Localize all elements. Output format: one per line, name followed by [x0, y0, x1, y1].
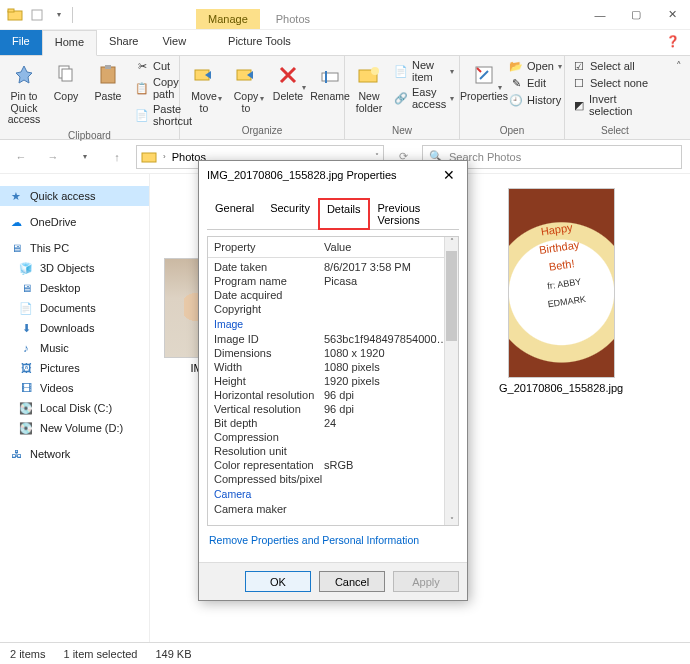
- file-name: G_20170806_155828.jpg: [499, 382, 623, 394]
- paste-shortcut-icon: 📄: [135, 108, 149, 122]
- select-none-button[interactable]: ☐Select none: [569, 75, 661, 91]
- tab-share[interactable]: Share: [97, 30, 150, 55]
- sidebar-item-this-pc[interactable]: 🖥This PC: [0, 238, 149, 258]
- close-button[interactable]: ✕: [654, 1, 690, 29]
- ribbon-collapse-icon[interactable]: ˄: [668, 56, 690, 139]
- edit-icon: ✎: [509, 76, 523, 90]
- invert-selection-button[interactable]: ◩Invert selection: [569, 92, 661, 118]
- tab-general[interactable]: General: [207, 198, 262, 230]
- property-row: Compression: [208, 430, 458, 444]
- tab-details[interactable]: Details: [318, 198, 370, 230]
- property-row: Copyright: [208, 302, 458, 316]
- folder-icon: [141, 150, 157, 164]
- file-item-selected[interactable]: HappyBirthdayBeth!fr: ABBY EDMARK G_2017…: [499, 188, 623, 394]
- group-clipboard: Clipboard: [4, 129, 175, 142]
- sidebar-item-new-volume-d[interactable]: 💽New Volume (D:): [0, 418, 149, 438]
- nav-recent-button[interactable]: ▾: [72, 144, 98, 170]
- remove-properties-link[interactable]: Remove Properties and Personal Informati…: [207, 526, 459, 554]
- delete-button[interactable]: Delete▾: [268, 58, 308, 106]
- property-row: Vertical resolution96 dpi: [208, 402, 458, 416]
- new-folder-button[interactable]: New folder: [349, 58, 389, 117]
- svg-rect-1: [8, 9, 14, 12]
- network-icon: 🖧: [8, 447, 24, 461]
- property-list[interactable]: Property Value Date taken8/6/2017 3:58 P…: [207, 236, 459, 526]
- rename-button[interactable]: Rename: [310, 58, 350, 106]
- properties-button[interactable]: Properties▾: [464, 58, 504, 106]
- titlebar: ▾ Manage Photos — ▢ ✕: [0, 0, 690, 30]
- sidebar-item-documents[interactable]: 📄Documents: [0, 298, 149, 318]
- nav-forward-button[interactable]: →: [40, 144, 66, 170]
- tab-security[interactable]: Security: [262, 198, 318, 230]
- tab-picture-tools[interactable]: Picture Tools: [216, 30, 303, 55]
- svg-rect-4: [62, 69, 72, 81]
- property-row: Image ID563bc1f948497854000000...: [208, 332, 458, 346]
- minimize-button[interactable]: —: [582, 1, 618, 29]
- group-open: Open: [464, 124, 560, 137]
- group-new: New: [349, 124, 455, 137]
- desktop-icon: 🖥: [18, 281, 34, 295]
- videos-icon: 🎞: [18, 381, 34, 395]
- col-property: Property: [208, 237, 318, 257]
- help-icon[interactable]: ❓: [656, 30, 690, 55]
- scrollbar-thumb[interactable]: [446, 251, 457, 341]
- downloads-icon: ⬇: [18, 321, 34, 335]
- select-all-button[interactable]: ☑Select all: [569, 58, 661, 74]
- navigation-pane: ★Quick access ☁OneDrive 🖥This PC 🧊3D Obj…: [0, 174, 150, 664]
- paste-button[interactable]: Paste: [88, 58, 128, 106]
- maximize-button[interactable]: ▢: [618, 1, 654, 29]
- tab-file[interactable]: File: [0, 30, 42, 55]
- new-item-button[interactable]: 📄New item▾: [391, 58, 457, 84]
- ok-button[interactable]: OK: [245, 571, 311, 592]
- cancel-button[interactable]: Cancel: [319, 571, 385, 592]
- history-button[interactable]: 🕘History: [506, 92, 565, 108]
- qat-chevron-icon[interactable]: ▾: [50, 6, 68, 24]
- status-selected-count: 1 item selected: [63, 648, 137, 660]
- svg-rect-5: [101, 67, 115, 83]
- tab-view[interactable]: View: [150, 30, 198, 55]
- sidebar-item-downloads[interactable]: ⬇Downloads: [0, 318, 149, 338]
- disk-icon: 💽: [18, 421, 34, 435]
- sidebar-item-quick-access[interactable]: ★Quick access: [0, 186, 149, 206]
- dialog-close-button[interactable]: ✕: [439, 167, 459, 183]
- copy-to-button[interactable]: Copy to▾: [226, 58, 266, 117]
- section-camera: Camera: [208, 486, 458, 502]
- nav-up-button[interactable]: ↑: [104, 144, 130, 170]
- pin-to-quick-access-button[interactable]: Pin to Quick access: [4, 58, 44, 129]
- sidebar-item-local-disk-c[interactable]: 💽Local Disk (C:): [0, 398, 149, 418]
- easy-access-button[interactable]: 🔗Easy access▾: [391, 85, 457, 111]
- onedrive-icon: ☁: [8, 215, 24, 229]
- svg-rect-9: [322, 73, 338, 81]
- move-to-button[interactable]: Move to▾: [184, 58, 224, 117]
- copy-button[interactable]: Copy: [46, 58, 86, 106]
- svg-rect-6: [105, 65, 111, 69]
- property-row: Resolution unit: [208, 444, 458, 458]
- documents-icon: 📄: [18, 301, 34, 315]
- tab-previous-versions[interactable]: Previous Versions: [370, 198, 459, 230]
- nav-back-button[interactable]: ←: [8, 144, 34, 170]
- sidebar-item-desktop[interactable]: 🖥Desktop: [0, 278, 149, 298]
- sidebar-item-onedrive[interactable]: ☁OneDrive: [0, 212, 149, 232]
- open-icon: 📂: [509, 59, 523, 73]
- sidebar-item-videos[interactable]: 🎞Videos: [0, 378, 149, 398]
- cake-text: HappyBirthdayBeth!fr: ABBY EDMARK: [523, 215, 600, 313]
- status-size: 149 KB: [155, 648, 191, 660]
- pc-icon: 🖥: [8, 241, 24, 255]
- sidebar-item-3d-objects[interactable]: 🧊3D Objects: [0, 258, 149, 278]
- tab-home[interactable]: Home: [42, 30, 97, 56]
- rename-icon: [316, 61, 344, 89]
- dialog-title: IMG_20170806_155828.jpg Properties: [207, 169, 439, 181]
- star-icon: ★: [8, 189, 24, 203]
- sidebar-item-network[interactable]: 🖧Network: [0, 444, 149, 464]
- edit-button[interactable]: ✎Edit: [506, 75, 565, 91]
- select-none-icon: ☐: [572, 76, 586, 90]
- scrollbar[interactable]: ˄ ˅: [444, 237, 458, 525]
- open-button[interactable]: 📂Open▾: [506, 58, 565, 74]
- sidebar-item-music[interactable]: ♪Music: [0, 338, 149, 358]
- property-row: Date taken8/6/2017 3:58 PM: [208, 260, 458, 274]
- svg-point-12: [371, 67, 379, 75]
- apply-button[interactable]: Apply: [393, 571, 459, 592]
- ribbon: Pin to Quick access Copy Paste ✂Cut 📋Cop…: [0, 56, 690, 140]
- sidebar-item-pictures[interactable]: 🖼Pictures: [0, 358, 149, 378]
- context-tab-manage[interactable]: Manage: [196, 9, 260, 29]
- qat-new-icon[interactable]: [28, 6, 46, 24]
